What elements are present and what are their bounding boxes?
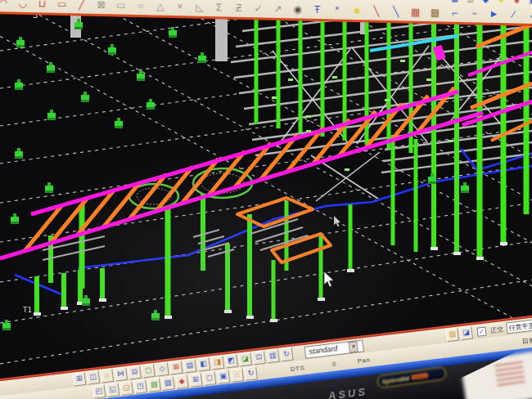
connection-gusset-icon[interactable]: ◇ (156, 362, 169, 377)
dim-arc-tool[interactable]: ◠ (0, 0, 9, 9)
sum-tool[interactable]: Σ (213, 2, 225, 14)
view-grid-icon[interactable]: ▦ (449, 0, 459, 4)
component-plus-icon[interactable]: ⊞ (189, 373, 203, 388)
rect-tool[interactable]: ▭ (115, 0, 127, 12)
component-q3-icon[interactable]: ◲ (119, 381, 133, 396)
connection-corner-icon[interactable]: ◩ (224, 354, 238, 369)
triangle-tool[interactable]: △ (154, 0, 166, 12)
red-card-tool[interactable]: ▦ (409, 7, 422, 19)
grid-label-t1: T1 (23, 306, 32, 314)
ortho-checkbox[interactable]: ✓ (476, 326, 486, 336)
monitor-photo: 3 7 T1 ◠◡⊔▭╱⊠▭○△×◺ΣƵ✓↗◉Ŧ*■╲╲▦▩⌐−►∕←»| ▦▥… (0, 0, 532, 399)
connection-splice-icon[interactable]: ⊟ (128, 365, 142, 380)
slash-tool[interactable]: ∕ (507, 8, 520, 20)
status-dts: DTS (290, 364, 304, 373)
snap-settings-tool[interactable]: * (331, 4, 343, 16)
clip-plane-tool[interactable]: ⊠ (95, 0, 107, 11)
angle-tool[interactable]: ◺ (193, 2, 205, 14)
blue-pen-tool[interactable]: ╲ (390, 6, 402, 18)
component-hatch2-icon[interactable]: ▨ (161, 376, 175, 391)
view-gem-icon[interactable]: ◆ (480, 0, 490, 5)
ortho-label: 正交 (489, 324, 504, 334)
component-gem-icon[interactable]: ◆ (175, 374, 189, 389)
connection-dot-icon[interactable]: ⊡ (252, 351, 266, 365)
section-tool[interactable]: Ƶ (232, 2, 245, 15)
selection-filter-value: standard (309, 344, 338, 356)
connection-corner2-icon[interactable]: ◪ (238, 352, 252, 367)
circle-tool[interactable]: ○ (134, 0, 147, 12)
connection-half2-icon[interactable]: ◨ (210, 356, 224, 370)
view-list-icon[interactable]: ▥ (465, 0, 475, 4)
red-line-tool[interactable]: ╱ (75, 0, 88, 11)
monitor-brand-logo: ASUS (327, 385, 368, 399)
hook-tool[interactable]: ⌐ (449, 7, 461, 20)
yellow-swatch-icon[interactable]: ■ (496, 0, 506, 5)
connection-cross-icon[interactable]: ⊠ (169, 361, 183, 375)
red-pen-tool[interactable]: ╲ (370, 5, 382, 17)
component-box-icon[interactable]: ▣ (216, 370, 230, 384)
connection-bolt-icon[interactable]: ⋈ (114, 367, 128, 382)
dash-tool[interactable]: − (468, 7, 480, 20)
connection-plate-icon[interactable]: ⊞ (73, 372, 87, 387)
connection-half1-icon[interactable]: ◧ (196, 357, 210, 372)
connection-base-icon[interactable]: ⌂ (100, 369, 114, 383)
find-tool[interactable]: ◉ (291, 3, 304, 16)
connection-clip-icon[interactable]: ◫ (86, 370, 100, 385)
sticker-brand-text: Splendid (381, 374, 410, 386)
component-house-icon[interactable]: ⌂ (230, 368, 244, 383)
color-swatch-tool[interactable]: ■ (350, 5, 363, 17)
connection-rotate-icon[interactable]: ↻ (280, 347, 294, 362)
connection-rows-icon[interactable]: ▥ (266, 349, 280, 364)
measure-arrow-tool[interactable]: ↗ (272, 3, 284, 16)
brown-card-tool[interactable]: ▩ (429, 7, 441, 19)
status-pan: Pan (357, 356, 371, 365)
phase-tool[interactable]: Ŧ (311, 4, 323, 16)
connection-box-icon[interactable]: ◻ (142, 364, 156, 379)
snap-plane-dropdown[interactable]: 任意平面 ▾ (506, 318, 532, 334)
top-toolbar-secondary-row: ▦▥◆■◈▣ (449, 0, 532, 6)
view-box-icon[interactable]: ▣ (527, 0, 532, 6)
red-gem-icon[interactable]: ◈ (512, 0, 521, 6)
weld-mark-tool[interactable]: ⊔ (36, 0, 48, 11)
flag-tool[interactable]: ► (488, 8, 500, 20)
cross-tool[interactable]: × (174, 1, 186, 13)
part-mark-tool[interactable]: ▭ (56, 0, 68, 11)
desk-paper-print (494, 361, 525, 386)
component-q1-icon[interactable]: ◰ (92, 384, 106, 399)
dim-arc2-tool[interactable]: ◡ (16, 0, 29, 10)
component-rotate-icon[interactable]: ↻ (244, 366, 258, 381)
component-q4-icon[interactable]: ◳ (133, 379, 147, 394)
save-mini-icon[interactable]: ▨ (445, 328, 459, 343)
component-blank-icon[interactable]: ◻ (203, 371, 217, 386)
component-hatch-icon[interactable]: ▧ (147, 378, 161, 392)
snap-plane-value: 任意平面 (508, 321, 532, 333)
check-model-tool[interactable]: ✓ (252, 2, 264, 15)
component-q2-icon[interactable]: ◱ (106, 383, 119, 397)
combo-dropdown-icon[interactable]: ▾ (348, 341, 358, 352)
status-zero: 0 (331, 360, 336, 368)
connection-deck-icon[interactable]: ▤ (183, 359, 197, 374)
layers-mini-icon[interactable]: ◪ (459, 326, 473, 341)
return-arrow-tool[interactable]: ← (527, 9, 532, 21)
sticker-tag-text: Video (411, 373, 428, 380)
